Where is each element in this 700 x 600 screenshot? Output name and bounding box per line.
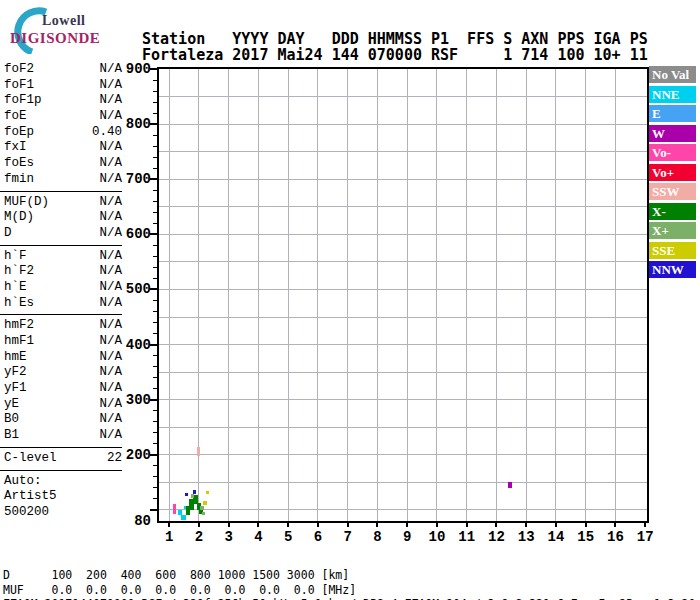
x-axis-tick — [347, 521, 349, 527]
x-axis-tick — [525, 521, 527, 527]
param-label: C-level — [4, 451, 57, 467]
gridline-vertical — [169, 69, 170, 521]
x-axis-tick — [257, 521, 259, 527]
x-axis-tick — [228, 521, 230, 527]
param-row: h`EN/A — [4, 280, 122, 296]
param-label: yE — [4, 397, 19, 413]
muf-row: MUF 0.0 0.0 0.0 0.0 0.0 0.0 0.0 0.0 [MHz… — [3, 583, 356, 597]
param-value: N/A — [99, 412, 122, 428]
gridline-horizontal — [159, 289, 647, 290]
y-axis-minor-tick — [153, 498, 157, 499]
x-axis-label: 2 — [184, 529, 214, 545]
logo-text-digisonde: DIGISONDE — [10, 30, 100, 47]
x-axis-tick — [495, 521, 497, 527]
gridline-horizontal — [159, 234, 647, 235]
y-axis-minor-tick — [153, 212, 157, 213]
param-label: D — [4, 226, 12, 242]
y-axis-label: 400 — [107, 337, 151, 353]
y-axis-minor-tick — [153, 476, 157, 477]
y-axis-minor-tick — [153, 443, 157, 444]
param-value: N/A — [99, 140, 122, 156]
gridline-vertical — [585, 69, 586, 521]
echo-point-nne — [181, 515, 186, 520]
logo-text-lowell: Lowell — [42, 13, 85, 29]
x-axis-label: 11 — [452, 529, 482, 545]
param-row: B1N/A — [4, 428, 122, 444]
separator-line — [0, 470, 122, 471]
y-axis-minor-tick — [153, 410, 157, 411]
y-axis-minor-tick — [153, 311, 157, 312]
y-axis-minor-tick — [153, 377, 157, 378]
gridline-vertical — [288, 69, 289, 521]
y-axis-minor-tick — [153, 245, 157, 246]
gridline-horizontal — [159, 317, 647, 318]
file-info-footer: FZAOM_2017144070000.RSF / 320fx256h 50 k… — [3, 597, 695, 600]
param-value: N/A — [99, 93, 122, 109]
d-muf-table: D 100 200 400 600 800 1000 1500 3000 [km… — [3, 568, 356, 598]
param-label: h`F — [4, 249, 27, 265]
y-axis-label: 200 — [107, 447, 151, 463]
x-axis-label: 1 — [154, 529, 184, 545]
gridline-horizontal — [159, 427, 647, 428]
param-value: N/A — [99, 296, 122, 312]
echo-point-nnw — [193, 490, 196, 494]
gridline-horizontal — [159, 344, 647, 345]
x-axis-tick — [198, 521, 200, 527]
param-row: foEsN/A — [4, 156, 122, 172]
param-value: N/A — [99, 210, 122, 226]
param-row: hmF2N/A — [4, 318, 122, 334]
gridline-horizontal — [159, 179, 647, 180]
autoscaling-info-text: Artist5 — [4, 489, 57, 505]
x-axis-tick — [376, 521, 378, 527]
legend-item-e: E — [649, 105, 696, 122]
y-axis-minor-tick — [153, 388, 157, 389]
param-value: N/A — [99, 156, 122, 172]
legend-item-noval: No Val — [649, 66, 696, 83]
x-axis-label: 15 — [571, 529, 601, 545]
y-axis-minor-tick — [153, 487, 157, 488]
param-row: foF1N/A — [4, 78, 122, 94]
param-label: foEp — [4, 125, 34, 141]
legend-item-nnw: NNW — [649, 261, 696, 278]
x-axis-tick — [287, 521, 289, 527]
gridline-horizontal — [159, 482, 647, 483]
gridline-vertical — [496, 69, 497, 521]
y-axis-minor-tick — [153, 366, 157, 367]
y-axis-label: 500 — [107, 281, 151, 297]
y-axis-major-tick — [150, 399, 157, 401]
param-row: foEp0.40 — [4, 125, 122, 141]
y-axis-label: 300 — [107, 392, 151, 408]
x-axis-label: 5 — [273, 529, 303, 545]
y-axis-minor-tick — [153, 300, 157, 301]
y-axis-minor-tick — [153, 190, 157, 191]
param-row: DN/A — [4, 226, 122, 242]
echo-point-ssw — [197, 447, 200, 456]
separator-line — [0, 314, 122, 315]
gridline-horizontal — [159, 96, 647, 97]
param-row: C-level22 — [4, 451, 122, 467]
param-row: MUF(D)N/A — [4, 195, 122, 211]
gridline-vertical — [466, 69, 467, 521]
gridline-horizontal — [159, 124, 647, 125]
d-row: D 100 200 400 600 800 1000 1500 3000 [km… — [3, 568, 349, 582]
y-axis-minor-tick — [153, 322, 157, 323]
x-axis-tick — [614, 521, 616, 527]
ionogram-plot: 9008007006005004003002008012345678910111… — [157, 67, 649, 523]
param-label: fmin — [4, 172, 34, 188]
autoscaling-info-line: Auto: — [4, 474, 122, 490]
param-row: hmF1N/A — [4, 334, 122, 350]
x-axis-tick — [436, 521, 438, 527]
y-axis-label: 700 — [107, 171, 151, 187]
param-row: foF2N/A — [4, 62, 122, 78]
gridline-horizontal — [159, 372, 647, 373]
param-row: yEN/A — [4, 397, 122, 413]
x-axis-tick — [168, 521, 170, 527]
param-label: B1 — [4, 428, 19, 444]
plot-canvas: 9008007006005004003002008012345678910111… — [159, 69, 647, 521]
param-value: N/A — [99, 264, 122, 280]
x-axis-label: 7 — [333, 529, 363, 545]
separator-line — [0, 447, 122, 448]
param-value: N/A — [99, 428, 122, 444]
gridline-vertical — [555, 69, 556, 521]
gridline-vertical — [436, 69, 437, 521]
